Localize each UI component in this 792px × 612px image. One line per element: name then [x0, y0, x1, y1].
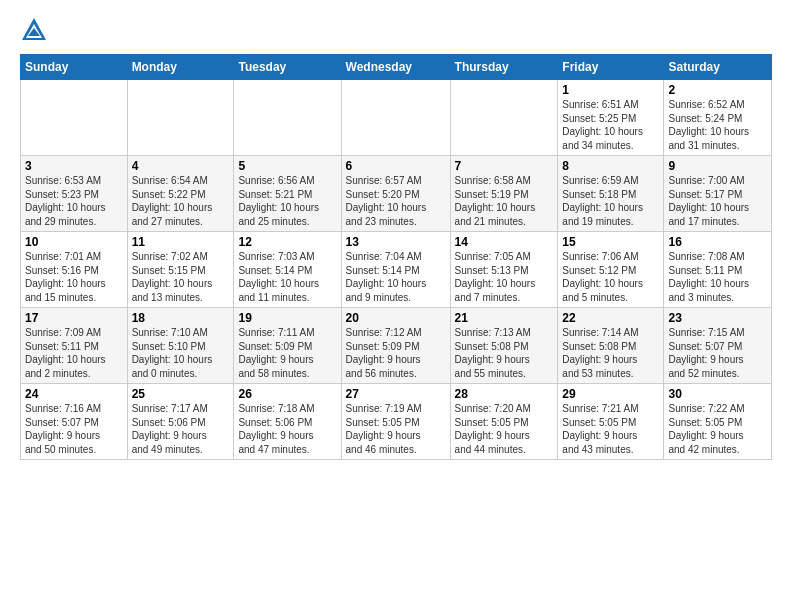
calendar-cell: 10Sunrise: 7:01 AM Sunset: 5:16 PM Dayli…	[21, 232, 128, 308]
header	[20, 16, 772, 44]
day-number: 19	[238, 311, 336, 325]
calendar-cell: 19Sunrise: 7:11 AM Sunset: 5:09 PM Dayli…	[234, 308, 341, 384]
day-info: Sunrise: 6:51 AM Sunset: 5:25 PM Dayligh…	[562, 98, 659, 152]
calendar-cell: 16Sunrise: 7:08 AM Sunset: 5:11 PM Dayli…	[664, 232, 772, 308]
calendar-cell: 24Sunrise: 7:16 AM Sunset: 5:07 PM Dayli…	[21, 384, 128, 460]
day-info: Sunrise: 6:58 AM Sunset: 5:19 PM Dayligh…	[455, 174, 554, 228]
day-info: Sunrise: 7:20 AM Sunset: 5:05 PM Dayligh…	[455, 402, 554, 456]
calendar-cell: 21Sunrise: 7:13 AM Sunset: 5:08 PM Dayli…	[450, 308, 558, 384]
calendar-cell: 11Sunrise: 7:02 AM Sunset: 5:15 PM Dayli…	[127, 232, 234, 308]
day-info: Sunrise: 7:13 AM Sunset: 5:08 PM Dayligh…	[455, 326, 554, 380]
day-info: Sunrise: 7:16 AM Sunset: 5:07 PM Dayligh…	[25, 402, 123, 456]
day-info: Sunrise: 7:08 AM Sunset: 5:11 PM Dayligh…	[668, 250, 767, 304]
calendar-cell: 26Sunrise: 7:18 AM Sunset: 5:06 PM Dayli…	[234, 384, 341, 460]
calendar-header: SundayMondayTuesdayWednesdayThursdayFrid…	[21, 55, 772, 80]
calendar-cell	[450, 80, 558, 156]
week-row-4: 17Sunrise: 7:09 AM Sunset: 5:11 PM Dayli…	[21, 308, 772, 384]
day-info: Sunrise: 7:12 AM Sunset: 5:09 PM Dayligh…	[346, 326, 446, 380]
calendar-cell: 27Sunrise: 7:19 AM Sunset: 5:05 PM Dayli…	[341, 384, 450, 460]
day-number: 25	[132, 387, 230, 401]
day-number: 16	[668, 235, 767, 249]
day-info: Sunrise: 6:54 AM Sunset: 5:22 PM Dayligh…	[132, 174, 230, 228]
day-info: Sunrise: 7:03 AM Sunset: 5:14 PM Dayligh…	[238, 250, 336, 304]
day-info: Sunrise: 7:06 AM Sunset: 5:12 PM Dayligh…	[562, 250, 659, 304]
day-number: 18	[132, 311, 230, 325]
day-number: 9	[668, 159, 767, 173]
calendar-cell: 23Sunrise: 7:15 AM Sunset: 5:07 PM Dayli…	[664, 308, 772, 384]
header-row: SundayMondayTuesdayWednesdayThursdayFrid…	[21, 55, 772, 80]
calendar-cell: 30Sunrise: 7:22 AM Sunset: 5:05 PM Dayli…	[664, 384, 772, 460]
calendar-cell: 7Sunrise: 6:58 AM Sunset: 5:19 PM Daylig…	[450, 156, 558, 232]
calendar-cell: 20Sunrise: 7:12 AM Sunset: 5:09 PM Dayli…	[341, 308, 450, 384]
day-number: 17	[25, 311, 123, 325]
day-number: 30	[668, 387, 767, 401]
day-info: Sunrise: 6:53 AM Sunset: 5:23 PM Dayligh…	[25, 174, 123, 228]
calendar-cell: 8Sunrise: 6:59 AM Sunset: 5:18 PM Daylig…	[558, 156, 664, 232]
day-number: 28	[455, 387, 554, 401]
calendar-cell: 12Sunrise: 7:03 AM Sunset: 5:14 PM Dayli…	[234, 232, 341, 308]
day-number: 11	[132, 235, 230, 249]
day-info: Sunrise: 6:57 AM Sunset: 5:20 PM Dayligh…	[346, 174, 446, 228]
day-info: Sunrise: 7:00 AM Sunset: 5:17 PM Dayligh…	[668, 174, 767, 228]
calendar-cell	[234, 80, 341, 156]
calendar-cell: 28Sunrise: 7:20 AM Sunset: 5:05 PM Dayli…	[450, 384, 558, 460]
header-day-saturday: Saturday	[664, 55, 772, 80]
day-number: 24	[25, 387, 123, 401]
day-number: 3	[25, 159, 123, 173]
logo-icon	[20, 16, 48, 44]
calendar-cell: 9Sunrise: 7:00 AM Sunset: 5:17 PM Daylig…	[664, 156, 772, 232]
day-number: 27	[346, 387, 446, 401]
calendar: SundayMondayTuesdayWednesdayThursdayFrid…	[20, 54, 772, 460]
logo	[20, 16, 52, 44]
day-number: 23	[668, 311, 767, 325]
day-number: 29	[562, 387, 659, 401]
calendar-cell	[341, 80, 450, 156]
day-number: 5	[238, 159, 336, 173]
day-info: Sunrise: 7:10 AM Sunset: 5:10 PM Dayligh…	[132, 326, 230, 380]
week-row-3: 10Sunrise: 7:01 AM Sunset: 5:16 PM Dayli…	[21, 232, 772, 308]
header-day-tuesday: Tuesday	[234, 55, 341, 80]
day-number: 14	[455, 235, 554, 249]
calendar-cell: 1Sunrise: 6:51 AM Sunset: 5:25 PM Daylig…	[558, 80, 664, 156]
calendar-cell: 18Sunrise: 7:10 AM Sunset: 5:10 PM Dayli…	[127, 308, 234, 384]
header-day-thursday: Thursday	[450, 55, 558, 80]
day-number: 13	[346, 235, 446, 249]
day-info: Sunrise: 7:11 AM Sunset: 5:09 PM Dayligh…	[238, 326, 336, 380]
page: SundayMondayTuesdayWednesdayThursdayFrid…	[0, 0, 792, 470]
day-info: Sunrise: 7:02 AM Sunset: 5:15 PM Dayligh…	[132, 250, 230, 304]
calendar-body: 1Sunrise: 6:51 AM Sunset: 5:25 PM Daylig…	[21, 80, 772, 460]
week-row-2: 3Sunrise: 6:53 AM Sunset: 5:23 PM Daylig…	[21, 156, 772, 232]
day-number: 4	[132, 159, 230, 173]
day-info: Sunrise: 7:17 AM Sunset: 5:06 PM Dayligh…	[132, 402, 230, 456]
day-number: 6	[346, 159, 446, 173]
calendar-cell: 29Sunrise: 7:21 AM Sunset: 5:05 PM Dayli…	[558, 384, 664, 460]
calendar-cell: 15Sunrise: 7:06 AM Sunset: 5:12 PM Dayli…	[558, 232, 664, 308]
day-info: Sunrise: 7:21 AM Sunset: 5:05 PM Dayligh…	[562, 402, 659, 456]
header-day-friday: Friday	[558, 55, 664, 80]
day-info: Sunrise: 7:19 AM Sunset: 5:05 PM Dayligh…	[346, 402, 446, 456]
day-number: 22	[562, 311, 659, 325]
calendar-cell: 5Sunrise: 6:56 AM Sunset: 5:21 PM Daylig…	[234, 156, 341, 232]
calendar-cell: 25Sunrise: 7:17 AM Sunset: 5:06 PM Dayli…	[127, 384, 234, 460]
day-number: 12	[238, 235, 336, 249]
day-number: 10	[25, 235, 123, 249]
calendar-cell: 17Sunrise: 7:09 AM Sunset: 5:11 PM Dayli…	[21, 308, 128, 384]
day-info: Sunrise: 7:04 AM Sunset: 5:14 PM Dayligh…	[346, 250, 446, 304]
week-row-5: 24Sunrise: 7:16 AM Sunset: 5:07 PM Dayli…	[21, 384, 772, 460]
day-number: 8	[562, 159, 659, 173]
day-number: 15	[562, 235, 659, 249]
calendar-cell	[21, 80, 128, 156]
day-info: Sunrise: 7:15 AM Sunset: 5:07 PM Dayligh…	[668, 326, 767, 380]
day-info: Sunrise: 6:52 AM Sunset: 5:24 PM Dayligh…	[668, 98, 767, 152]
calendar-cell: 13Sunrise: 7:04 AM Sunset: 5:14 PM Dayli…	[341, 232, 450, 308]
day-number: 1	[562, 83, 659, 97]
header-day-monday: Monday	[127, 55, 234, 80]
day-number: 20	[346, 311, 446, 325]
day-number: 2	[668, 83, 767, 97]
day-info: Sunrise: 7:09 AM Sunset: 5:11 PM Dayligh…	[25, 326, 123, 380]
day-number: 26	[238, 387, 336, 401]
calendar-cell: 14Sunrise: 7:05 AM Sunset: 5:13 PM Dayli…	[450, 232, 558, 308]
calendar-cell: 2Sunrise: 6:52 AM Sunset: 5:24 PM Daylig…	[664, 80, 772, 156]
day-info: Sunrise: 6:56 AM Sunset: 5:21 PM Dayligh…	[238, 174, 336, 228]
day-info: Sunrise: 7:18 AM Sunset: 5:06 PM Dayligh…	[238, 402, 336, 456]
